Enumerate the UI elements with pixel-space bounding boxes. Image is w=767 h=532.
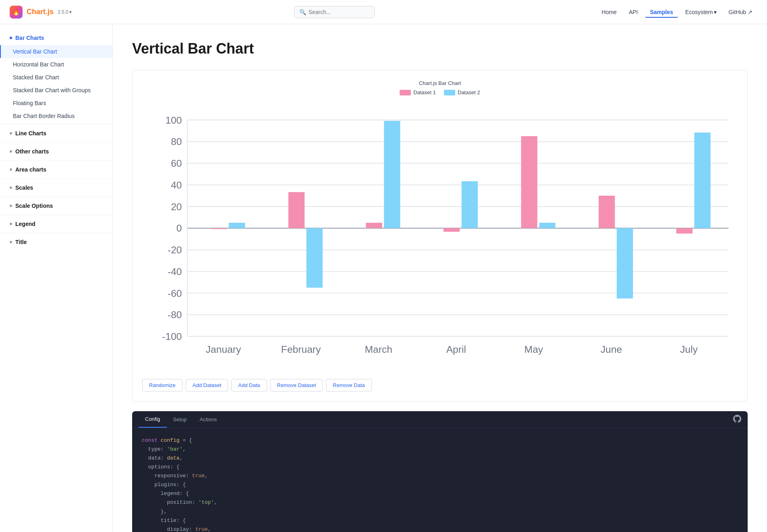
remove-data-button[interactable]: Remove Data: [326, 379, 371, 391]
sidebar-section-label-other: Other charts: [15, 148, 49, 155]
svg-text:-80: -80: [168, 309, 182, 320]
remove-dataset-button[interactable]: Remove Dataset: [270, 379, 323, 391]
sidebar-section-label-legend: Legend: [15, 221, 35, 227]
section-dot: [10, 150, 12, 153]
nav-ecosystem[interactable]: Ecosystem ▾: [680, 6, 721, 18]
bar: [617, 228, 633, 299]
svg-text:-40: -40: [168, 266, 182, 277]
chevron-down-icon[interactable]: ▾: [69, 9, 72, 15]
nav-github[interactable]: GitHub ↗: [724, 6, 757, 18]
legend-label-dataset1: Dataset 1: [413, 89, 436, 95]
chart-actions: Randomize Add Dataset Add Data Remove Da…: [142, 379, 738, 391]
bar: [694, 132, 711, 228]
bar: [229, 223, 245, 228]
nav-ecosystem-label: Ecosystem: [685, 9, 713, 15]
sidebar-section-label-line: Line Charts: [15, 130, 46, 137]
svg-text:April: April: [446, 344, 466, 355]
chart-legend: Dataset 1 Dataset 2: [142, 89, 738, 95]
bar: [444, 228, 460, 232]
nav-samples[interactable]: Samples: [645, 6, 678, 18]
layout: Bar Charts Vertical Bar Chart Horizontal…: [0, 24, 767, 532]
sidebar-item-stacked-bar-groups[interactable]: Stacked Bar Chart with Groups: [0, 84, 112, 97]
legend-item-dataset2: Dataset 2: [444, 89, 480, 95]
svg-text:March: March: [365, 344, 392, 355]
bar: [307, 228, 323, 288]
divider: [0, 215, 112, 215]
section-dot: [10, 223, 12, 225]
svg-text:60: 60: [171, 158, 182, 169]
sidebar-section-label-scales: Scales: [15, 184, 33, 191]
header: 🔥 Chart.js 3.5.0 ▾ 🔍 Home API Samples Ec…: [0, 0, 767, 24]
sidebar-section-area-charts[interactable]: Area charts: [0, 162, 112, 177]
chart-title-label: Chart.js Bar Chart: [142, 80, 738, 86]
chevron-down-icon: ▾: [714, 9, 717, 15]
sidebar-section-scale-options[interactable]: Scale Options: [0, 199, 112, 213]
version-text: 3.5.0: [58, 9, 68, 15]
search-input[interactable]: [309, 9, 369, 15]
section-dot: [10, 37, 12, 39]
bar: [676, 228, 692, 234]
code-tab-setup[interactable]: Setup: [167, 412, 193, 427]
svg-text:20: 20: [171, 201, 182, 212]
chart-container: Chart.js Bar Chart Dataset 1 Dataset 2: [132, 70, 748, 402]
legend-label-dataset2: Dataset 2: [458, 89, 480, 95]
divider: [0, 197, 112, 197]
sidebar-section-label-title: Title: [15, 239, 27, 245]
chart-svg-wrapper: 100 80 60 40 20 0 -20 -40: [142, 102, 738, 373]
sidebar-section-other-charts[interactable]: Other charts: [0, 144, 112, 159]
sidebar-section-legend[interactable]: Legend: [0, 217, 112, 231]
svg-text:July: July: [680, 344, 698, 355]
svg-text:May: May: [524, 344, 543, 355]
divider: [0, 178, 112, 179]
sidebar-item-vertical-bar[interactable]: Vertical Bar Chart: [0, 45, 112, 58]
divider: [0, 160, 112, 161]
bar: [366, 223, 382, 228]
divider: [0, 233, 112, 233]
bar: [539, 223, 555, 228]
add-data-button[interactable]: Add Data: [231, 379, 267, 391]
sidebar-section-label-scale-options: Scale Options: [15, 203, 53, 209]
sidebar-section-bar-charts[interactable]: Bar Charts Vertical Bar Chart Horizontal…: [0, 31, 112, 122]
add-dataset-button[interactable]: Add Dataset: [186, 379, 228, 391]
divider: [0, 142, 112, 143]
sidebar-item-horizontal-bar[interactable]: Horizontal Bar Chart: [0, 58, 112, 71]
svg-text:-100: -100: [162, 331, 182, 342]
logo-text: Chart.js: [27, 8, 54, 16]
randomize-button[interactable]: Randomize: [142, 379, 182, 391]
svg-text:January: January: [206, 344, 241, 355]
chart-svg: 100 80 60 40 20 0 -20 -40: [142, 102, 738, 373]
divider: [0, 124, 112, 124]
sidebar-section-line-charts[interactable]: Line Charts: [0, 126, 112, 141]
search-box[interactable]: 🔍: [294, 6, 375, 18]
svg-text:February: February: [281, 344, 321, 355]
code-tab-actions[interactable]: Actions: [193, 412, 224, 427]
sidebar-item-stacked-bar[interactable]: Stacked Bar Chart: [0, 71, 112, 84]
github-icon[interactable]: [733, 415, 741, 424]
sidebar-section-label-area: Area charts: [15, 166, 46, 173]
legend-color-dataset2: [444, 90, 455, 95]
version-badge: 3.5.0 ▾: [58, 9, 72, 15]
sidebar-item-floating-bars[interactable]: Floating Bars: [0, 97, 112, 110]
header-nav: Home API Samples Ecosystem ▾ GitHub ↗: [597, 6, 757, 18]
bar: [288, 192, 305, 228]
section-dot: [10, 241, 12, 243]
section-dot: [10, 132, 12, 135]
bar: [599, 196, 615, 228]
svg-text:June: June: [601, 344, 622, 355]
legend-item-dataset1: Dataset 1: [400, 89, 436, 95]
page-title: Vertical Bar Chart: [132, 40, 748, 57]
header-left: 🔥 Chart.js 3.5.0 ▾: [10, 6, 72, 19]
sidebar-item-border-radius[interactable]: Bar Chart Border Radius: [0, 110, 112, 122]
bar: [462, 181, 478, 228]
svg-text:100: 100: [165, 115, 182, 126]
code-tabs: Config Setup Actions: [132, 411, 748, 428]
section-dot: [10, 205, 12, 207]
nav-api[interactable]: API: [624, 6, 643, 18]
nav-home[interactable]: Home: [597, 6, 622, 18]
sidebar-section-title-bar-charts[interactable]: Bar Charts: [0, 31, 112, 45]
sidebar-section-scales[interactable]: Scales: [0, 180, 112, 195]
bar: [211, 228, 227, 229]
code-tab-config[interactable]: Config: [139, 411, 167, 428]
sidebar-section-title-section[interactable]: Title: [0, 235, 112, 249]
code-content: const config = { type: 'bar', data: data…: [132, 428, 748, 532]
